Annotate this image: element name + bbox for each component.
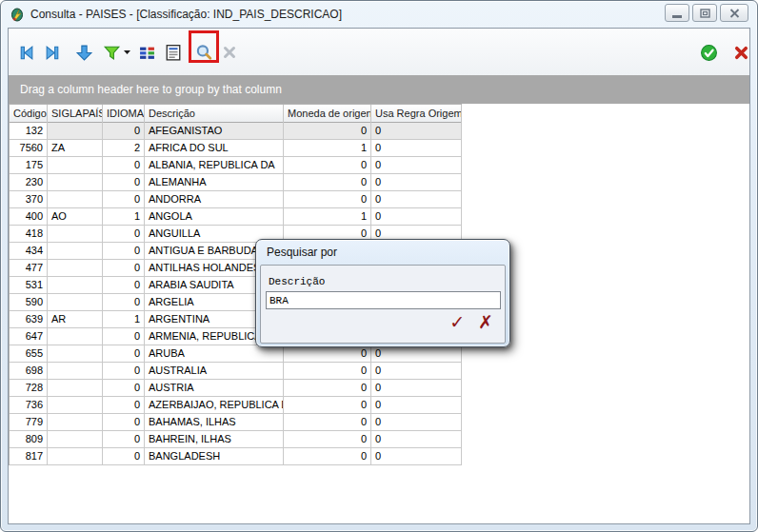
grid-cell[interactable]: AFEGANISTAO	[145, 123, 284, 140]
column-header-c-digo[interactable]: Código	[10, 105, 48, 123]
table-row[interactable]: 1750ALBANIA, REPUBLICA DA00	[10, 157, 461, 174]
table-row[interactable]: 7790BAHAMAS, ILHAS00	[10, 414, 461, 431]
search-input[interactable]	[266, 291, 501, 309]
grid-cell[interactable]: AUSTRALIA	[145, 363, 284, 380]
grid-cell[interactable]: 779	[10, 414, 48, 431]
grid-cell[interactable]: 0	[103, 397, 145, 414]
grid-cell[interactable]	[48, 345, 103, 363]
grid-cell[interactable]: 132	[10, 123, 48, 140]
column-header-usa-regra-origem[interactable]: Usa Regra Origem	[371, 105, 462, 123]
table-row[interactable]: 8170BANGLADESH00	[10, 448, 461, 465]
column-header-siglapa-s[interactable]: SIGLAPAÍS	[48, 105, 103, 123]
fetch-records-button[interactable]	[72, 40, 95, 65]
grid-cell[interactable]	[48, 414, 103, 431]
report-button[interactable]	[162, 40, 185, 65]
grid-cell[interactable]: 0	[371, 157, 462, 174]
grid-cell[interactable]: BAHREIN, ILHAS	[145, 431, 284, 448]
grid-cell[interactable]: 0	[103, 226, 145, 243]
last-record-button[interactable]	[41, 40, 64, 65]
grid-cell[interactable]: 1	[284, 140, 371, 157]
grid-cell[interactable]: 0	[103, 191, 145, 208]
grid-cell[interactable]: 0	[103, 380, 145, 397]
column-header-idioma[interactable]: IDIOMA	[103, 105, 145, 123]
column-customize-button[interactable]	[135, 40, 158, 65]
grid-cell[interactable]: 400	[10, 208, 48, 226]
grid-cell[interactable]: 370	[10, 191, 48, 208]
table-row[interactable]: 7560ZA2AFRICA DO SUL10	[10, 140, 461, 157]
grid-cell[interactable]: 0	[103, 448, 145, 465]
grid-cell[interactable]: 655	[10, 345, 48, 363]
grid-cell[interactable]: 1	[284, 208, 371, 226]
grid-cell[interactable]	[48, 191, 103, 208]
grid-cell[interactable]: 639	[10, 311, 48, 328]
grid-cell[interactable]: 0	[103, 345, 145, 363]
grid-cell[interactable]	[48, 431, 103, 448]
grid-cell[interactable]: 0	[103, 174, 145, 191]
table-row[interactable]: 8090BAHREIN, ILHAS00	[10, 431, 461, 448]
grid-cell[interactable]: 0	[103, 277, 145, 294]
grid-cell[interactable]: 0	[371, 448, 462, 465]
grid-cell[interactable]: 0	[284, 345, 371, 363]
grid-cell[interactable]: 0	[284, 123, 371, 140]
column-header-moneda-de-origen[interactable]: Moneda de origen	[284, 105, 371, 123]
grid-cell[interactable]	[48, 448, 103, 465]
grid-cell[interactable]: ANDORRA	[145, 191, 284, 208]
grid-cell[interactable]: 0	[103, 294, 145, 311]
grid-cell[interactable]: AZERBAIJAO, REPUBLICA DO	[145, 397, 284, 414]
grid-cell[interactable]: 0	[284, 414, 371, 431]
grid-cell[interactable]: 0	[371, 123, 462, 140]
grid-cell[interactable]: 0	[284, 431, 371, 448]
table-row[interactable]: 1320AFEGANISTAO00	[10, 123, 461, 140]
table-row[interactable]: 3700ANDORRA00	[10, 191, 461, 208]
grid-cell[interactable]: 7560	[10, 140, 48, 157]
grid-cell[interactable]: 0	[371, 397, 462, 414]
grid-cell[interactable]: 2	[103, 140, 145, 157]
grid-cell[interactable]: 809	[10, 431, 48, 448]
grid-cell[interactable]: 0	[103, 260, 145, 277]
grid-cell[interactable]: 590	[10, 294, 48, 311]
grid-cell[interactable]: 0	[371, 380, 462, 397]
grid-cell[interactable]: 0	[284, 363, 371, 380]
grid-cell[interactable]: ZA	[48, 140, 103, 157]
grid-cell[interactable]: 230	[10, 174, 48, 191]
grid-cell[interactable]: 736	[10, 397, 48, 414]
grid-cell[interactable]	[48, 277, 103, 294]
first-record-button[interactable]	[14, 40, 37, 65]
table-row[interactable]: 7280AUSTRIA00	[10, 380, 461, 397]
dialog-cancel-button[interactable]: ✗	[478, 311, 493, 332]
grid-cell[interactable]	[48, 328, 103, 345]
table-row[interactable]: 400AO1ANGOLA10	[10, 208, 461, 226]
grid-cell[interactable]: AO	[48, 208, 103, 226]
grid-cell[interactable]: 175	[10, 157, 48, 174]
confirm-button[interactable]	[697, 40, 720, 65]
column-header-descri-o[interactable]: Descrição	[145, 105, 284, 123]
grid-cell[interactable]: 0	[371, 431, 462, 448]
grid-cell[interactable]: 1	[103, 311, 145, 328]
grid-cell[interactable]: ALEMANHA	[145, 174, 284, 191]
grid-cell[interactable]: BANGLADESH	[145, 448, 284, 465]
grid-cell[interactable]	[48, 243, 103, 260]
cancel-button[interactable]	[729, 40, 752, 65]
grid-cell[interactable]	[48, 174, 103, 191]
dialog-confirm-button[interactable]: ✓	[449, 311, 465, 332]
grid-cell[interactable]: 0	[103, 157, 145, 174]
grid-cell[interactable]	[48, 380, 103, 397]
grid-cell[interactable]: 0	[103, 363, 145, 380]
grid-cell[interactable]: AR	[48, 311, 103, 328]
grid-cell[interactable]	[48, 157, 103, 174]
grid-cell[interactable]	[48, 260, 103, 277]
grid-cell[interactable]: 0	[371, 363, 462, 380]
minimize-button[interactable]	[665, 4, 689, 22]
grid-cell[interactable]: 0	[103, 243, 145, 260]
grid-cell[interactable]: 0	[284, 191, 371, 208]
grid-cell[interactable]: 0	[103, 328, 145, 345]
grid-cell[interactable]: 0	[284, 380, 371, 397]
grid-cell[interactable]: 477	[10, 260, 48, 277]
grid-cell[interactable]: 418	[10, 226, 48, 243]
grid-cell[interactable]: 0	[371, 191, 462, 208]
table-row[interactable]: 6550ARUBA00	[10, 345, 461, 363]
grid-cell[interactable]: 0	[103, 123, 145, 140]
grid-cell[interactable]: 0	[103, 431, 145, 448]
grid-cell[interactable]: 0	[371, 140, 462, 157]
grid-cell[interactable]	[48, 363, 103, 380]
